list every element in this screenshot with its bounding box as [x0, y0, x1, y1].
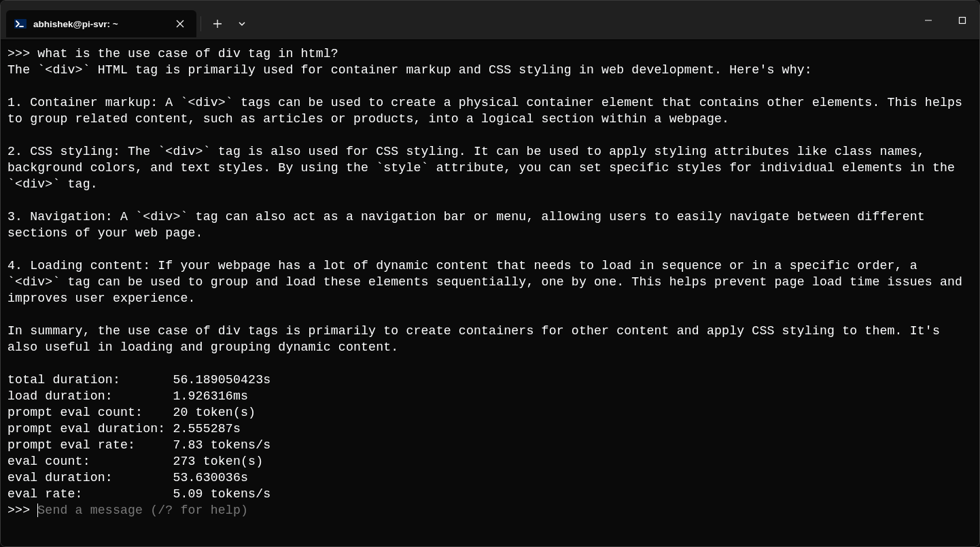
- input-placeholder[interactable]: Send a message (/? for help): [37, 504, 248, 517]
- minimize-button[interactable]: [911, 7, 945, 33]
- stat-line: eval rate: 5.09 tokens/s: [7, 487, 270, 501]
- response-summary: In summary, the use case of div tags is …: [7, 324, 947, 354]
- powershell-icon: [14, 18, 27, 30]
- response-paragraph-4: 4. Loading content: If your webpage has …: [7, 259, 970, 305]
- user-input-line: what is the use case of div tag in html?: [37, 47, 338, 60]
- svg-rect-0: [14, 19, 27, 29]
- response-paragraph-1: 1. Container markup: A `<div>` tags can …: [7, 96, 970, 126]
- response-paragraph-3: 3. Navigation: A `<div>` tag can also ac…: [7, 210, 932, 240]
- prompt-prefix: >>>: [7, 504, 37, 517]
- tab-dropdown-button[interactable]: [230, 12, 254, 36]
- tab-divider: [200, 16, 201, 31]
- stat-line: prompt eval duration: 2.555287s: [7, 422, 241, 436]
- stat-line: prompt eval count: 20 token(s): [7, 406, 256, 419]
- window-controls: [911, 1, 979, 39]
- titlebar: abhishek@pi-svr: ~: [1, 1, 979, 40]
- prompt-prefix: >>>: [7, 47, 37, 60]
- stat-line: load duration: 1.926316ms: [7, 389, 248, 403]
- terminal-content[interactable]: >>> what is the use case of div tag in h…: [1, 40, 979, 546]
- tab-title: abhishek@pi-svr: ~: [33, 19, 165, 29]
- response-paragraph-2: 2. CSS styling: The `<div>` tag is also …: [7, 145, 962, 191]
- stat-line: eval count: 273 token(s): [7, 455, 263, 468]
- maximize-button[interactable]: [945, 7, 979, 33]
- terminal-window: abhishek@pi-svr: ~ >>> what is the use c…: [0, 0, 980, 547]
- response-intro: The `<div>` HTML tag is primarily used f…: [7, 63, 812, 77]
- stat-line: eval duration: 53.630036s: [7, 471, 248, 484]
- close-tab-button[interactable]: [172, 16, 188, 32]
- stat-line: prompt eval rate: 7.83 tokens/s: [7, 438, 270, 452]
- tab-active[interactable]: abhishek@pi-svr: ~: [6, 10, 196, 37]
- new-tab-button[interactable]: [205, 12, 230, 36]
- stat-line: total duration: 56.189050423s: [7, 373, 270, 387]
- svg-rect-3: [960, 17, 966, 23]
